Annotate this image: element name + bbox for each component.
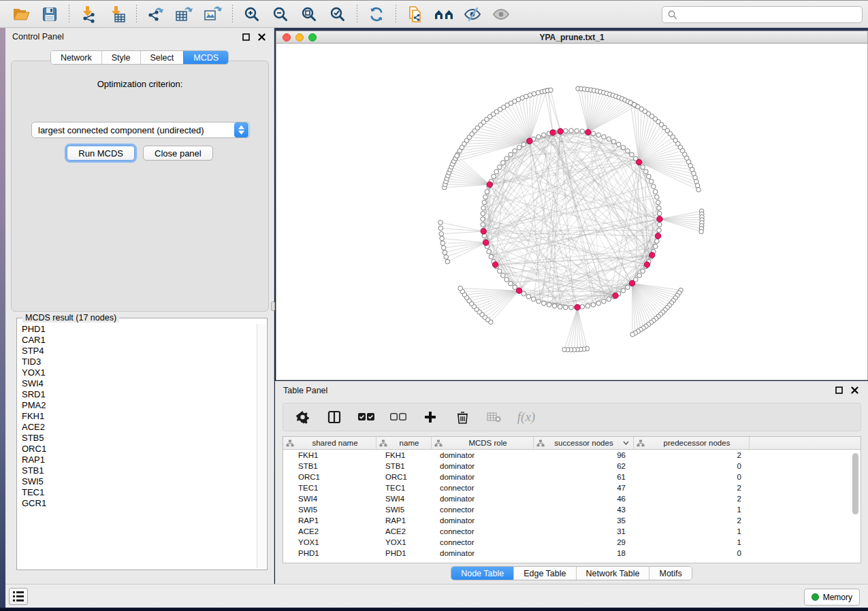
network-node[interactable] [458,286,463,291]
table-row[interactable]: ACE2ACE2connector311 [283,526,861,537]
network-node[interactable] [637,274,642,278]
network-node[interactable] [564,129,568,133]
network-node[interactable] [536,299,541,304]
network-node[interactable] [655,233,660,239]
network-node[interactable] [504,156,509,161]
network-node[interactable] [513,149,517,154]
delete-column-icon[interactable] [454,409,470,425]
network-node[interactable] [558,305,562,310]
mcds-result-item[interactable]: STB1 [18,465,257,476]
mcds-result-item[interactable]: PMA2 [18,400,257,411]
network-node[interactable] [487,250,492,254]
network-node[interactable] [630,332,635,337]
network-node[interactable] [647,174,652,179]
close-panel-button[interactable]: Close panel [143,146,213,161]
network-node[interactable] [440,241,445,246]
run-mcds-button[interactable]: Run MCDS [67,146,135,161]
network-node[interactable] [527,138,532,144]
network-node[interactable] [564,305,568,310]
network-node[interactable] [699,229,704,234]
mcds-result-item[interactable]: SWI4 [18,378,257,389]
network-node[interactable] [611,139,616,144]
network-node[interactable] [580,129,585,134]
deselect-all-rows-icon[interactable] [390,409,406,425]
show-all-icon[interactable] [491,4,511,24]
network-node[interactable] [444,255,449,260]
mcds-result-list[interactable]: PHD1CAR1STP4TID3YOX1SWI4SRD1PMA2FKH1ACE2… [18,324,257,568]
mcds-result-item[interactable]: PHD1 [18,324,257,335]
network-node[interactable] [626,149,630,154]
mcds-result-item[interactable]: ACE2 [18,422,257,433]
table-row[interactable]: TEC1TEC1connector472 [283,482,861,493]
network-node[interactable] [513,285,517,290]
close-table-panel-icon[interactable] [849,385,860,396]
network-node[interactable] [596,133,601,137]
table-settings-gear-icon[interactable] [294,409,310,425]
close-panel-icon[interactable] [256,31,267,42]
network-node[interactable] [547,303,551,308]
float-panel-icon[interactable] [240,31,251,42]
network-node[interactable] [641,269,645,274]
mcds-result-item[interactable]: STB5 [18,433,257,444]
search-input[interactable] [678,8,862,22]
network-node[interactable] [438,220,443,225]
add-column-icon[interactable] [422,409,438,425]
network-node[interactable] [481,217,485,222]
network-node[interactable] [549,88,553,93]
network-node[interactable] [562,347,567,352]
network-node[interactable] [439,231,444,236]
clone-network-icon[interactable] [405,4,425,24]
network-node[interactable] [483,195,488,199]
network-node[interactable] [526,295,531,299]
mcds-result-item[interactable]: SWI5 [18,476,257,487]
memory-button[interactable]: Memory [804,589,860,606]
hide-selected-icon[interactable] [462,4,483,24]
network-node[interactable] [652,184,656,189]
network-node[interactable] [521,291,526,296]
open-file-icon[interactable] [11,4,31,24]
mcds-result-item[interactable]: SRD1 [18,389,257,400]
network-node[interactable] [607,297,611,301]
save-session-icon[interactable] [39,4,60,24]
network-node[interactable] [657,212,662,216]
network-node[interactable] [629,280,634,286]
network-node[interactable] [591,131,596,136]
export-network-icon[interactable] [146,4,166,24]
network-node[interactable] [550,130,556,135]
network-node[interactable] [626,285,630,290]
vertical-split-handle[interactable] [271,301,275,311]
network-node[interactable] [585,129,591,135]
network-node[interactable] [653,190,658,195]
refresh-layout-icon[interactable] [366,4,387,24]
network-node[interactable] [482,200,487,205]
network-node[interactable] [602,135,607,139]
network-node[interactable] [613,293,618,298]
network-graph[interactable] [276,44,867,379]
network-node[interactable] [504,278,509,282]
network-node[interactable] [655,239,660,244]
network-node[interactable] [641,165,645,169]
zoom-selected-icon[interactable] [327,4,348,24]
network-node[interactable] [591,303,596,308]
network-node[interactable] [602,299,607,304]
network-titlebar[interactable]: YPA_prune.txt_1 [276,31,868,44]
network-node[interactable] [438,226,443,231]
mcds-result-item[interactable]: TEC1 [18,487,257,498]
network-node[interactable] [575,304,580,310]
network-node[interactable] [489,254,494,259]
network-node[interactable] [616,142,621,147]
network-node[interactable] [441,246,446,250]
network-node[interactable] [445,259,450,264]
network-node[interactable] [695,183,700,188]
mcds-result-item[interactable]: TID3 [18,357,257,367]
table-row[interactable]: PHD1PHD1dominator180 [283,548,861,559]
table-row[interactable]: FKH1FKH1dominator962 [283,450,861,461]
tab-style[interactable]: Style [101,51,140,64]
mcds-result-item[interactable]: STP4 [18,346,257,357]
network-node[interactable] [630,152,634,157]
import-network-icon[interactable] [78,4,99,24]
tab-node-table[interactable]: Node Table [451,567,513,580]
network-node[interactable] [487,182,492,187]
network-node[interactable] [657,228,662,233]
network-node[interactable] [552,303,557,308]
